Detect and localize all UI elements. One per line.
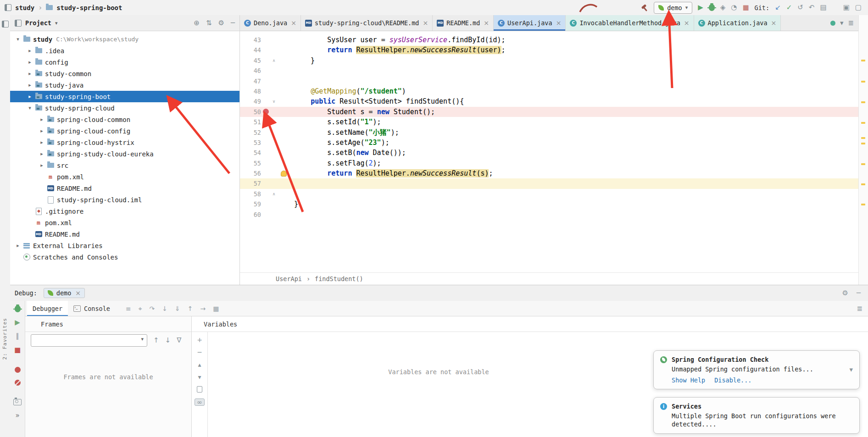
tree-item-gitignore[interactable]: .gitignore: [10, 205, 239, 217]
build-hammer-icon[interactable]: [641, 4, 648, 11]
run-to-cursor-button[interactable]: →: [200, 305, 206, 312]
fold-up-icon[interactable]: ∧: [270, 55, 278, 66]
chevron-right-icon[interactable]: ▸: [38, 128, 46, 134]
settings-button[interactable]: ⚙: [842, 290, 848, 297]
git-history-button[interactable]: ↺: [797, 4, 803, 11]
code-text[interactable]: s.setAge("23");: [294, 138, 858, 148]
line-number[interactable]: 43: [240, 35, 261, 45]
code-text[interactable]: }: [294, 55, 858, 66]
tree-item-study[interactable]: ▾studyC:\Work\workspace\study: [10, 33, 239, 45]
error-stripe-mark[interactable]: [861, 81, 865, 83]
chevron-right-icon[interactable]: ▸: [38, 116, 46, 122]
tree-item-pom-xml[interactable]: mpom.xml: [10, 171, 239, 183]
resume-button[interactable]: ▶: [15, 319, 20, 326]
close-icon[interactable]: ×: [423, 19, 428, 27]
tab-console[interactable]: Console: [68, 301, 116, 316]
code-text[interactable]: s.setId("1");: [294, 117, 858, 127]
git-shelve-button[interactable]: ▤: [820, 4, 826, 11]
next-frame-button[interactable]: ↓: [165, 337, 171, 344]
run-config-selector[interactable]: demo▾: [654, 2, 692, 14]
move-up-button[interactable]: ▴: [198, 361, 201, 368]
variables-title[interactable]: Variables: [192, 316, 868, 332]
more-options-button[interactable]: »: [15, 412, 19, 419]
window-layout-button[interactable]: ▢: [855, 4, 862, 11]
step-out-button[interactable]: ↑: [188, 305, 193, 312]
code-text[interactable]: [294, 189, 858, 199]
breadcrumb-current[interactable]: study-spring-boot: [56, 4, 122, 11]
pause-button[interactable]: ∥: [16, 333, 19, 340]
link-show-help[interactable]: Show Help: [672, 376, 705, 384]
close-icon[interactable]: ×: [684, 19, 690, 27]
tree-item-external-libraries[interactable]: ▸External Libraries: [10, 240, 239, 251]
code-text[interactable]: SysUser user = sysUserService.findById(i…: [294, 35, 858, 45]
chevron-right-icon[interactable]: ▸: [38, 162, 46, 168]
breadcrumb-class[interactable]: UserApi: [276, 275, 302, 282]
editor-tab-deno-java[interactable]: CDeno.java×: [240, 15, 301, 31]
error-stripe-mark[interactable]: [861, 163, 865, 165]
line-number[interactable]: 54: [240, 148, 261, 158]
close-icon[interactable]: ×: [291, 19, 296, 27]
tree-item-readme-md[interactable]: MDREADME.md: [10, 183, 239, 194]
error-stripe-mark[interactable]: [861, 101, 865, 103]
tree-item-spring-cloud-config[interactable]: ▸spring-cloud-config: [10, 125, 239, 137]
stop-button[interactable]: ■: [742, 4, 749, 11]
previous-frame-button[interactable]: ↑: [153, 337, 159, 344]
error-stripe-mark[interactable]: [861, 137, 865, 139]
move-down-button[interactable]: ▾: [198, 374, 201, 380]
line-number[interactable]: 48: [240, 86, 261, 96]
view-breakpoints-button[interactable]: [15, 367, 21, 373]
show-execution-point-button[interactable]: ⌖: [139, 305, 142, 312]
inspections-status-icon[interactable]: [830, 21, 835, 26]
close-icon[interactable]: ×: [75, 289, 81, 297]
error-stripe-mark[interactable]: [861, 60, 865, 61]
copy-button[interactable]: [197, 386, 202, 393]
code-text[interactable]: @GetMapping("/student"): [294, 86, 858, 96]
filter-frames-button[interactable]: ∇: [177, 337, 181, 344]
close-icon[interactable]: ×: [556, 19, 562, 27]
stop-button[interactable]: ■: [14, 347, 21, 354]
close-icon[interactable]: ×: [771, 19, 777, 27]
breadcrumb-root[interactable]: study: [15, 4, 34, 11]
line-number[interactable]: 49: [240, 96, 261, 106]
tree-item-src[interactable]: ▸src: [10, 160, 239, 171]
link-disable[interactable]: Disable...: [714, 376, 751, 384]
editor-body[interactable]: 43 SysUser user = sysUserService.findByI…: [240, 31, 858, 272]
tree-item-idea[interactable]: ▸.idea: [10, 45, 239, 56]
rerun-debug-button[interactable]: [15, 305, 21, 312]
line-number[interactable]: 47: [240, 76, 261, 86]
profiler-button[interactable]: ◔: [731, 4, 737, 11]
tree-item-spring-cloud-common[interactable]: ▸spring-cloud-common: [10, 114, 239, 125]
favorites-tool-button[interactable]: 2: Favorites: [2, 318, 8, 360]
line-number[interactable]: 51: [240, 117, 261, 127]
code-text[interactable]: [294, 210, 858, 220]
tree-item-config[interactable]: ▸config: [10, 56, 239, 68]
hide-panel-button[interactable]: ─: [231, 20, 235, 27]
code-text[interactable]: return ResultHelper.newSuccessResult(use…: [294, 45, 858, 55]
editor-tab-study-spring-cloud-readme-md[interactable]: MDstudy-spring-cloud\README.md×: [301, 15, 433, 31]
code-text[interactable]: public Result<Student> findStudent(){: [294, 96, 858, 106]
step-into-button[interactable]: ↓: [162, 305, 167, 312]
step-over-button[interactable]: ↷: [150, 305, 155, 312]
thread-selector-dropdown[interactable]: [31, 334, 147, 347]
thread-dump-button[interactable]: [13, 399, 22, 405]
locate-file-button[interactable]: ⊕: [194, 20, 200, 27]
line-number[interactable]: 53: [240, 138, 261, 148]
code-text[interactable]: s.setName("小猪");: [294, 127, 858, 138]
close-icon[interactable]: ×: [484, 19, 489, 27]
error-stripe-mark[interactable]: [861, 183, 865, 185]
tree-item-pom-xml[interactable]: mpom.xml: [10, 217, 239, 228]
tree-item-study-java[interactable]: ▸study-java: [10, 79, 239, 91]
code-text[interactable]: s.setB(new Date());: [294, 148, 858, 158]
chevron-right-icon[interactable]: ▸: [26, 48, 34, 54]
tree-item-study-spring-cloud[interactable]: ▾study-spring-cloud: [10, 102, 239, 114]
editor-tab-userapi-java[interactable]: CUserApi.java×: [494, 15, 566, 31]
git-commit-button[interactable]: ✓: [786, 4, 792, 11]
line-number[interactable]: 44: [240, 45, 261, 55]
layout-menu-button[interactable]: ≡: [126, 305, 131, 312]
code-text[interactable]: Student s = new Student();: [294, 107, 858, 117]
run-with-coverage-button[interactable]: ◈: [720, 4, 726, 11]
force-step-into-button[interactable]: ⇓: [175, 305, 180, 312]
chevron-down-icon[interactable]: ▾: [849, 366, 853, 373]
project-tool-button[interactable]: [2, 21, 9, 28]
run-button[interactable]: ▶: [698, 4, 703, 11]
